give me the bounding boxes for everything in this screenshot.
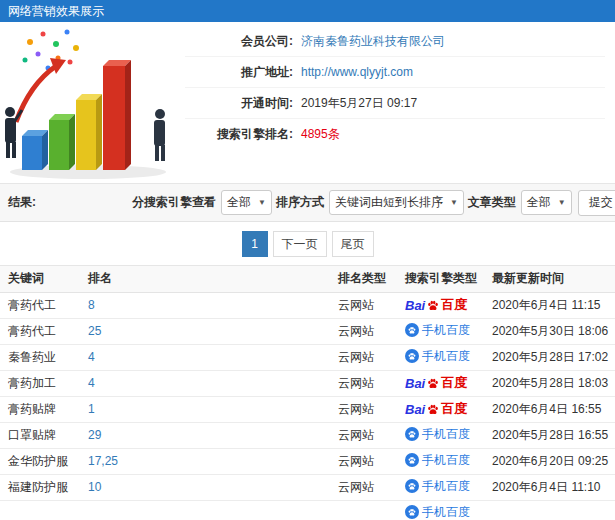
rank-link[interactable]: 4 (88, 376, 95, 390)
sort-order-select[interactable]: 关键词由短到长排序 ▼ (329, 190, 464, 215)
baidu-mobile-badge: 手机百度 (405, 504, 470, 520)
rank-type-cell: 云网站 (330, 396, 397, 422)
header-engine-type: 搜索引擎类型 (397, 266, 484, 292)
submit-button[interactable]: 提交 (578, 190, 615, 216)
rank-type-cell: 云网站 (330, 422, 397, 448)
baidu-mobile-badge: 手机百度 (405, 322, 470, 339)
table-row: 秦鲁药业 4 云网站 手机百度 2020年5月28日 17:02 (0, 344, 615, 370)
keyword-cell: 膏药加工 (0, 370, 80, 396)
rank-cell: 25 (80, 318, 330, 344)
article-type-select[interactable]: 全部 ▼ (521, 190, 572, 215)
rank-type-cell: 云网站 (330, 370, 397, 396)
company-info-list: 会员公司: 济南秦鲁药业科技有限公司 推广地址: http://www.qlyy… (185, 22, 615, 183)
info-row-company: 会员公司: 济南秦鲁药业科技有限公司 (185, 26, 605, 57)
baidu-paw-icon (426, 298, 440, 312)
table-row: 膏药代工 25 云网站 手机百度 2020年5月30日 18:06 (0, 318, 615, 344)
baidu-mobile-badge: 手机百度 (405, 452, 470, 469)
table-row: 膏药代工 8 云网站 Bai 百度 2020年6月4日 11:15 (0, 292, 615, 318)
engine-cell: Bai 百度 (397, 292, 484, 318)
keyword-cell: 口罩贴牌 (0, 422, 80, 448)
rank-type-cell: 云网站 (330, 474, 397, 500)
promo-url-link[interactable]: http://www.qlyyjt.com (301, 65, 413, 79)
open-time-value: 2019年5月27日 09:17 (301, 95, 417, 112)
keyword-cell: 金华防护服 (0, 448, 80, 474)
chevron-down-icon: ▼ (258, 198, 266, 207)
table-row: 膏药加工 4 云网站 Bai 百度 2020年5月28日 18:03 (0, 370, 615, 396)
rank-link[interactable]: 4 (88, 350, 95, 364)
engine-cell: 手机百度 (397, 422, 484, 448)
results-table: 关键词 排名 排名类型 搜索引擎类型 最新更新时间 膏药代工 8 云网站 Bai… (0, 266, 615, 520)
engine-filter-select[interactable]: 全部 ▼ (221, 190, 272, 215)
chevron-down-icon: ▼ (558, 198, 566, 207)
keyword-cell (0, 500, 80, 520)
filter-bar: 结果: 分搜索引擎查看 全部 ▼ 排序方式 关键词由短到长排序 ▼ 文章类型 全… (0, 184, 615, 222)
keyword-cell: 膏药贴牌 (0, 396, 80, 422)
header-rank: 排名 (80, 266, 330, 292)
rank-cell: 4 (80, 370, 330, 396)
rank-cell: 10 (80, 474, 330, 500)
results-label: 结果: (8, 194, 36, 211)
info-row-open-time: 开通时间: 2019年5月27日 09:17 (185, 88, 605, 119)
table-row: 金华防护服 17,25 云网站 手机百度 2020年6月20日 09:25 (0, 448, 615, 474)
next-page-button[interactable]: 下一页 (273, 231, 327, 257)
baidu-pc-logo: Bai 百度 (405, 400, 467, 418)
table-row: 手机百度 (0, 500, 615, 520)
info-row-rank-count: 搜索引擎排名: 4895条 (185, 119, 605, 150)
baidu-mobile-icon (405, 453, 419, 467)
rank-cell: 17,25 (80, 448, 330, 474)
last-page-button[interactable]: 尾页 (332, 231, 374, 257)
keyword-cell: 秦鲁药业 (0, 344, 80, 370)
table-row: 口罩贴牌 29 云网站 手机百度 2020年5月28日 16:55 (0, 422, 615, 448)
baidu-pc-logo: Bai 百度 (405, 296, 467, 314)
baidu-paw-icon (426, 376, 440, 390)
table-header-row: 关键词 排名 排名类型 搜索引擎类型 最新更新时间 (0, 266, 615, 292)
header-keyword: 关键词 (0, 266, 80, 292)
header-rank-type: 排名类型 (330, 266, 397, 292)
company-name-link[interactable]: 济南秦鲁药业科技有限公司 (301, 33, 445, 50)
open-time-label: 开通时间: (185, 95, 293, 112)
table-row: 膏药贴牌 1 云网站 Bai 百度 2020年6月4日 16:55 (0, 396, 615, 422)
updated-cell: 2020年6月20日 09:25 (484, 448, 615, 474)
rank-type-cell (330, 500, 397, 520)
rank-link[interactable]: 1 (88, 402, 95, 416)
updated-cell: 2020年6月4日 11:15 (484, 292, 615, 318)
rank-link[interactable]: 17,25 (88, 454, 118, 468)
rank-type-cell: 云网站 (330, 318, 397, 344)
company-label: 会员公司: (185, 33, 293, 50)
updated-cell: 2020年5月30日 18:06 (484, 318, 615, 344)
engine-filter-label: 分搜索引擎查看 (132, 194, 216, 211)
page-header: 网络营销效果展示 (0, 0, 615, 22)
page-button-current[interactable]: 1 (242, 231, 268, 257)
info-section: 会员公司: 济南秦鲁药业科技有限公司 推广地址: http://www.qlyy… (0, 22, 615, 184)
engine-cell: 手机百度 (397, 500, 484, 520)
keyword-cell: 福建防护服 (0, 474, 80, 500)
rank-cell: 1 (80, 396, 330, 422)
rank-link[interactable]: 25 (88, 324, 101, 338)
updated-cell (484, 500, 615, 520)
rank-type-cell: 云网站 (330, 344, 397, 370)
bar-chart-illustration (0, 22, 185, 183)
rank-link[interactable]: 8 (88, 298, 95, 312)
rank-link[interactable]: 29 (88, 428, 101, 442)
pagination: 1 下一页 尾页 (0, 222, 615, 266)
baidu-mobile-icon (405, 323, 419, 337)
rank-cell: 8 (80, 292, 330, 318)
baidu-mobile-icon (405, 505, 419, 519)
baidu-mobile-icon (405, 349, 419, 363)
engine-cell: Bai 百度 (397, 370, 484, 396)
baidu-mobile-icon (405, 427, 419, 441)
rank-cell (80, 500, 330, 520)
rank-type-cell: 云网站 (330, 448, 397, 474)
engine-cell: 手机百度 (397, 318, 484, 344)
updated-cell: 2020年6月4日 11:10 (484, 474, 615, 500)
rank-link[interactable]: 10 (88, 480, 101, 494)
info-row-url: 推广地址: http://www.qlyyjt.com (185, 57, 605, 88)
chevron-down-icon: ▼ (450, 198, 458, 207)
baidu-mobile-badge: 手机百度 (405, 478, 470, 495)
engine-cell: 手机百度 (397, 474, 484, 500)
baidu-mobile-icon (405, 479, 419, 493)
sort-filter-label: 排序方式 (276, 194, 324, 211)
rank-count-label: 搜索引擎排名: (185, 126, 293, 143)
promo-url-label: 推广地址: (185, 64, 293, 81)
keyword-cell: 膏药代工 (0, 292, 80, 318)
